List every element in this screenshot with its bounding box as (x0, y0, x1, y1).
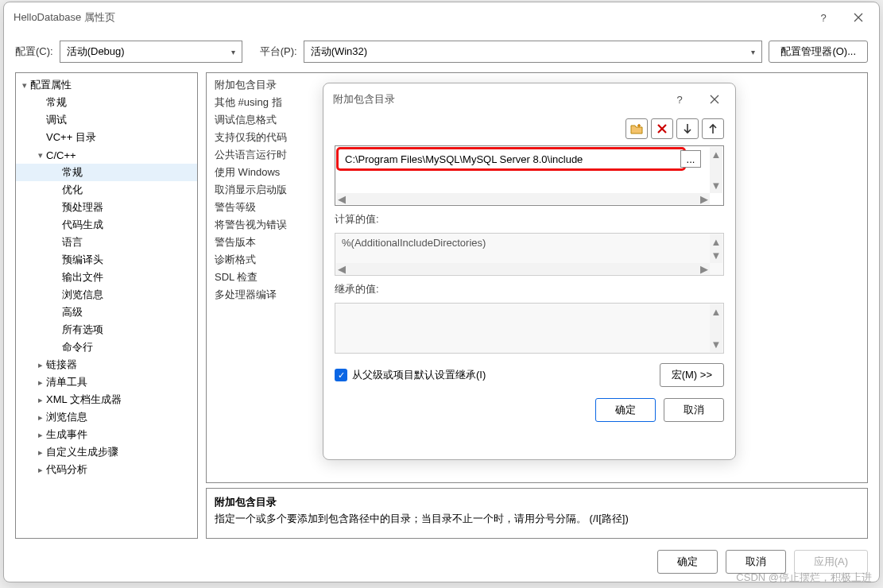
tree-item[interactable]: ▸生成事件 (16, 426, 197, 443)
description-title: 附加包含目录 (215, 495, 859, 509)
tree-item-label: 常规 (62, 165, 83, 180)
config-toolbar: 配置(C): 活动(Debug) ▾ 平台(P): 活动(Win32) ▾ 配置… (4, 33, 879, 71)
tree-item[interactable]: 预处理器 (16, 199, 197, 216)
tree-item-label: 浏览信息 (46, 410, 87, 424)
tree-item[interactable]: 浏览信息 (16, 286, 197, 304)
config-combo[interactable]: 活动(Debug) ▾ (60, 41, 242, 63)
tree-item[interactable]: 命令行 (16, 338, 197, 356)
move-up-button[interactable] (702, 118, 724, 139)
chevron-down-icon: ▾ (751, 48, 755, 56)
path-input[interactable] (343, 153, 679, 166)
tree-item[interactable]: 预编译头 (16, 251, 197, 269)
tree-item-label: 高级 (62, 305, 83, 319)
sub-help-button[interactable]: ? (662, 87, 697, 111)
tree-item[interactable]: 所有选项 (16, 321, 197, 338)
browse-button[interactable]: ... (680, 150, 701, 168)
tree-item-label: 输出文件 (62, 270, 103, 284)
platform-label: 平台(P): (260, 44, 297, 59)
tree-item-label: 代码分析 (46, 462, 87, 477)
path-entry-highlight (336, 147, 686, 171)
ok-button[interactable]: 确定 (657, 550, 718, 574)
inherited-label: 继承的值: (335, 282, 724, 296)
vertical-scrollbar[interactable]: ▲▼ (710, 304, 722, 352)
tree-item[interactable]: 语言 (16, 234, 197, 251)
tree-expander-icon[interactable]: ▸ (35, 465, 46, 475)
tree-item-label: 所有选项 (62, 323, 103, 337)
tree-item[interactable]: ▸自定义生成步骤 (16, 443, 197, 461)
tree-item[interactable]: 优化 (16, 181, 197, 199)
folder-plus-icon (630, 123, 643, 134)
tree-expander-icon[interactable]: ▸ (35, 395, 46, 405)
close-button[interactable] (841, 6, 876, 29)
cancel-button[interactable]: 取消 (726, 550, 786, 574)
vertical-scrollbar[interactable]: ▲▼ (710, 234, 722, 263)
arrow-up-icon (708, 123, 718, 134)
tree-item-label: 浏览信息 (62, 288, 103, 302)
tree-item[interactable]: 输出文件 (16, 269, 197, 286)
tree-item-label: VC++ 目录 (46, 130, 96, 145)
delete-icon (656, 123, 668, 134)
sub-cancel-button[interactable]: 取消 (664, 398, 724, 422)
tree-item-label: 链接器 (46, 358, 77, 372)
inherit-checkbox-label[interactable]: ✓ 从父级或项目默认设置继承(I) (335, 368, 486, 382)
chevron-down-icon: ▾ (231, 48, 235, 56)
platform-value: 活动(Win32) (311, 44, 368, 59)
tree-item-label: 优化 (62, 183, 83, 197)
tree-item-label: 调试 (46, 113, 67, 127)
tree-expander-icon[interactable]: ▾ (19, 80, 30, 91)
tree-item[interactable]: ▸XML 文档生成器 (16, 391, 197, 408)
tree-item[interactable]: ▸代码分析 (16, 461, 197, 478)
tree-item-label: 常规 (46, 95, 67, 110)
sub-dialog-body: ... ▲▼ ◀▶ 计算的值: %(AdditionalIncludeDirec… (323, 115, 735, 459)
tree-item-label: 生成事件 (46, 427, 87, 442)
config-value: 活动(Debug) (67, 44, 125, 59)
inherit-text: 从父级或项目默认设置继承(I) (352, 368, 486, 382)
delete-button[interactable] (651, 118, 673, 139)
tree-item[interactable]: ▾配置属性 (16, 76, 197, 94)
horizontal-scrollbar[interactable]: ◀▶ (336, 263, 710, 274)
inherit-row: ✓ 从父级或项目默认设置继承(I) 宏(M) >> (335, 363, 724, 387)
platform-combo[interactable]: 活动(Win32) ▾ (304, 41, 763, 63)
tree-item[interactable]: ▸浏览信息 (16, 408, 197, 426)
calculated-label: 计算的值: (335, 212, 724, 226)
tree-expander-icon[interactable]: ▾ (35, 150, 46, 161)
horizontal-scrollbar[interactable]: ◀▶ (336, 193, 710, 204)
new-folder-button[interactable] (625, 118, 648, 139)
tree-item-label: 命令行 (62, 340, 93, 354)
path-list[interactable]: ... ▲▼ ◀▶ (335, 145, 724, 206)
tree-item[interactable]: 常规 (16, 94, 197, 111)
tree-item-label: 预编译头 (62, 253, 103, 267)
tree-item-label: 配置属性 (30, 78, 72, 92)
sub-close-button[interactable] (697, 87, 732, 111)
tree-item-label: 代码生成 (62, 218, 103, 232)
vertical-scrollbar[interactable]: ▲▼ (710, 147, 722, 193)
tree-item[interactable]: 代码生成 (16, 216, 197, 234)
tree-item[interactable]: 常规 (16, 164, 197, 181)
calculated-value: %(AdditionalIncludeDirectories) (342, 237, 717, 249)
close-icon (854, 13, 863, 22)
config-label: 配置(C): (15, 44, 53, 59)
sub-ok-button[interactable]: 确定 (595, 398, 656, 422)
macros-button[interactable]: 宏(M) >> (660, 363, 724, 387)
help-button[interactable]: ? (806, 6, 841, 29)
tree-expander-icon[interactable]: ▸ (35, 412, 46, 423)
description-box: 附加包含目录 指定一个或多个要添加到包含路径中的目录；当目录不止一个时，请用分号… (206, 488, 868, 539)
tree-item[interactable]: ▸清单工具 (16, 373, 197, 391)
tree-item-label: 预处理器 (62, 200, 103, 215)
tree-item[interactable]: 调试 (16, 111, 197, 129)
tree-expander-icon[interactable]: ▸ (35, 430, 46, 440)
tree-expander-icon[interactable]: ▸ (35, 360, 46, 370)
tree-item[interactable]: 高级 (16, 304, 197, 321)
config-manager-button[interactable]: 配置管理器(O)... (769, 41, 868, 63)
close-icon (710, 95, 719, 104)
tree-item[interactable]: ▸链接器 (16, 356, 197, 373)
tree-item[interactable]: ▾C/C++ (16, 146, 197, 164)
main-dialog-buttons: 确定 取消 应用(A) (4, 544, 879, 582)
move-down-button[interactable] (676, 118, 699, 139)
inherit-checkbox[interactable]: ✓ (335, 369, 347, 381)
tree-expander-icon[interactable]: ▸ (35, 447, 46, 458)
category-tree[interactable]: ▾配置属性常规调试VC++ 目录▾C/C++常规优化预处理器代码生成语言预编译头… (15, 72, 198, 539)
tree-item[interactable]: VC++ 目录 (16, 129, 197, 146)
arrow-down-icon (683, 123, 692, 134)
tree-expander-icon[interactable]: ▸ (35, 377, 46, 388)
